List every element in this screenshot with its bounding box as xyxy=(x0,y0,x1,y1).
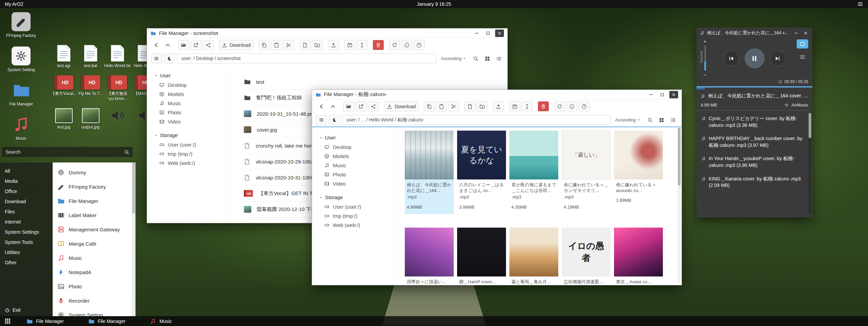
sidebar-item-desktop[interactable]: Desktop xyxy=(319,142,392,152)
volume-slider[interactable]: + Volume − xyxy=(701,39,709,77)
grid-view-button[interactable] xyxy=(657,115,666,124)
archive-button[interactable] xyxy=(509,101,520,111)
source-badge[interactable]: AirMusic xyxy=(784,102,808,108)
playlist-item[interactable]: In Your Hands＿yusukeP cover. by 柘榴-zakur… xyxy=(697,152,812,172)
open-button[interactable] xyxy=(343,101,354,111)
app-item-music[interactable]: Music xyxy=(53,251,132,265)
category-system-settings[interactable]: System Settings xyxy=(0,227,53,237)
sidebar-item-tmp-tmp[interactable]: tmp (tmp:/) xyxy=(154,149,227,158)
rename-button[interactable] xyxy=(522,101,532,111)
close-button[interactable] xyxy=(802,30,809,36)
paste-button[interactable] xyxy=(436,101,447,111)
file-tile[interactable]: 四季折々に揺蕩い... xyxy=(405,228,454,285)
up-button[interactable] xyxy=(163,40,173,50)
sidebar-item-music[interactable]: Music xyxy=(154,99,227,108)
minimize-button[interactable] xyxy=(647,91,655,98)
file-tile[interactable]: 例えば、今此処に置かれた花に＿164....mp34.99MB xyxy=(405,131,454,214)
desktop-icon-ffmpeg-factory[interactable]: FFmpeg Factory xyxy=(5,12,37,38)
cut-button[interactable] xyxy=(283,40,294,50)
sort-dropdown[interactable]: Ascending xyxy=(441,56,467,61)
maximize-button[interactable] xyxy=(658,91,666,98)
file-tile[interactable]: 廻＿HamP cover... xyxy=(457,228,506,285)
list-view-button[interactable] xyxy=(494,54,503,63)
menu-scrollbar-track[interactable] xyxy=(132,162,135,316)
open-button[interactable] xyxy=(178,40,189,50)
playlist-scrollbar-thumb[interactable] xyxy=(809,113,811,138)
category-utilities[interactable]: Utilities xyxy=(0,247,53,257)
app-item-photo[interactable]: Photo xyxy=(53,279,132,293)
close-button[interactable] xyxy=(495,30,504,37)
sidebar-item-video[interactable]: Video xyxy=(154,117,227,126)
minimize-button[interactable] xyxy=(793,30,799,36)
list-view-button[interactable] xyxy=(668,115,677,124)
window2-titlebar[interactable]: File Manager - 柘榴-zakuro- xyxy=(312,90,682,99)
app-item-recorder[interactable]: Recorder xyxy=(53,293,132,308)
share-button[interactable] xyxy=(203,40,214,50)
desktop-file-test-agi[interactable]: test.agi xyxy=(50,45,77,69)
download-button[interactable]: Download xyxy=(384,101,418,111)
pause-button[interactable] xyxy=(745,49,764,68)
grid-view-button[interactable] xyxy=(483,54,492,63)
search-input[interactable]: Search xyxy=(2,147,133,157)
upload-button[interactable] xyxy=(493,101,504,111)
category-all[interactable]: All xyxy=(0,166,53,176)
brand-label[interactable]: My ArOZ xyxy=(5,1,23,7)
seek-bar[interactable] xyxy=(697,86,812,88)
help-button[interactable] xyxy=(579,101,590,111)
copy-button[interactable] xyxy=(259,40,270,50)
help-button[interactable] xyxy=(414,40,424,50)
app-item-notepada[interactable]: NotepadA xyxy=(53,265,132,279)
app-item-system-setting[interactable]: System Setting xyxy=(53,308,132,316)
playlist-scrollbar-track[interactable] xyxy=(809,113,811,214)
close-button[interactable] xyxy=(669,91,678,98)
app-item-ffmpeg-factory[interactable]: FFmpeg Factory xyxy=(53,179,132,194)
playlist-item[interactable]: Cynic＿ポリスピカデリー cover. by 柘榴-zakuro-.mp3 … xyxy=(697,112,812,132)
app-item-management-gateway[interactable]: Management Gateway xyxy=(53,222,132,236)
desktop-icon-system-setting[interactable]: System Setting xyxy=(5,46,37,73)
maximize-button[interactable] xyxy=(484,30,492,37)
open-in-new-button[interactable] xyxy=(356,101,366,111)
exit-button[interactable]: Exit xyxy=(5,307,20,313)
category-other[interactable]: Other xyxy=(0,257,53,268)
path-input[interactable]: user: / ... / Hello World / 柘榴-zakuro- xyxy=(342,115,611,125)
paste-button[interactable] xyxy=(271,40,282,50)
sidebar-item-photo[interactable]: Photo xyxy=(319,170,392,179)
sidebar-item-web-web[interactable]: Web (web:/) xyxy=(154,158,227,168)
desktop-file-output-jpg[interactable]: output.jpg xyxy=(77,108,104,130)
category-system-tools[interactable]: System Tools xyxy=(0,237,53,247)
file-tile[interactable]: 東京＿Avase co... xyxy=(614,228,663,285)
taskbar-item-file-manager[interactable]: File Manager xyxy=(88,318,126,324)
up-button[interactable] xyxy=(328,101,338,111)
player-titlebar[interactable]: 例えば、今此処に置かれた花に＿164 c... xyxy=(697,27,812,37)
app-item-manga-cafe[interactable]: Manga Cafe xyxy=(53,236,132,251)
sidebar-item-models[interactable]: Models xyxy=(154,90,227,99)
window1-titlebar[interactable]: File Manager - screenshot xyxy=(147,28,507,38)
previous-track-button[interactable] xyxy=(724,51,739,66)
desktop-file-test-jpg[interactable]: test.jpg xyxy=(50,108,77,130)
file-row[interactable]: test xyxy=(244,74,501,90)
now-playing[interactable]: 例えば、今此処に置かれた花に＿164 cover. by 柘... xyxy=(697,90,812,99)
properties-button[interactable] xyxy=(566,101,577,111)
new-folder-button[interactable] xyxy=(312,40,323,50)
category-internet[interactable]: Internet xyxy=(0,217,53,227)
category-files[interactable]: Files xyxy=(0,207,53,217)
minimize-button[interactable] xyxy=(473,30,481,37)
dark-mode-button[interactable] xyxy=(329,115,340,125)
archive-button[interactable] xyxy=(344,40,355,50)
delete-button[interactable] xyxy=(373,40,384,50)
properties-button[interactable] xyxy=(401,40,412,50)
start-button[interactable] xyxy=(3,317,12,325)
new-file-button[interactable] xyxy=(465,101,475,111)
taskbar-item-music[interactable]: Music xyxy=(150,318,172,324)
sidebar-item-user-user[interactable]: User (user:/) xyxy=(154,140,227,149)
sidebar-item-desktop[interactable]: Desktop xyxy=(154,80,227,90)
rename-button[interactable] xyxy=(357,40,367,50)
sidebar-section-storage[interactable]: Storage xyxy=(319,194,392,200)
new-file-button[interactable] xyxy=(300,40,310,50)
cast-button[interactable] xyxy=(797,39,808,49)
app-item-label-maker[interactable]: Label Maker xyxy=(53,208,132,222)
sidebar-section-storage[interactable]: Storage xyxy=(154,132,227,138)
desktop-file-yu-kimin[interactable]: HD【東方雅楽~yu kimin... xyxy=(104,75,131,101)
refresh-button[interactable] xyxy=(554,101,565,111)
new-folder-button[interactable] xyxy=(477,101,488,111)
